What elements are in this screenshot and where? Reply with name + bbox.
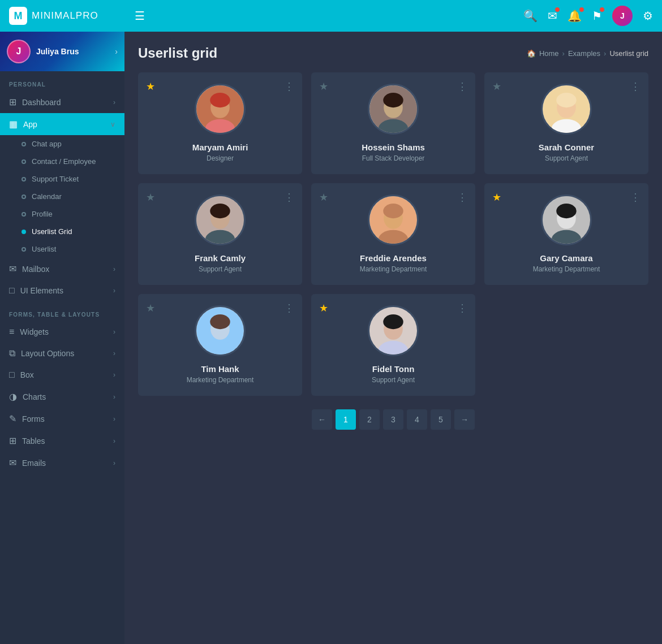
card-star-2[interactable]: ★ bbox=[319, 80, 328, 93]
widgets-chevron-icon: › bbox=[113, 328, 115, 336]
sidebar-item-tables[interactable]: ⊞ Tables › bbox=[0, 430, 124, 452]
card-role-6: Marketing Department bbox=[533, 265, 600, 273]
pagination: ←12345→ bbox=[138, 409, 648, 430]
gear-icon[interactable]: ⚙ bbox=[643, 9, 653, 23]
card-avatar-8 bbox=[368, 305, 419, 356]
bell-icon[interactable]: 🔔 bbox=[568, 9, 582, 23]
sidebar-item-charts[interactable]: ◑ Charts › bbox=[0, 386, 124, 408]
tables-chevron-icon: › bbox=[113, 437, 115, 445]
card-role-7: Marketing Department bbox=[187, 376, 254, 384]
sidebar-item-forms[interactable]: ✎ Forms › bbox=[0, 408, 124, 430]
card-menu-6[interactable]: ⋮ bbox=[630, 191, 640, 204]
card-star-7[interactable]: ★ bbox=[146, 302, 155, 314]
card-avatar-2 bbox=[368, 84, 419, 135]
sidebar-item-mailbox-label: Mailbox bbox=[22, 265, 113, 274]
card-role-5: Marketing Department bbox=[360, 265, 427, 273]
card-star-8[interactable]: ★ bbox=[319, 302, 328, 314]
page-prev-button[interactable]: ← bbox=[312, 409, 332, 430]
page-next-button[interactable]: → bbox=[454, 409, 475, 430]
breadcrumb-current: Userlist grid bbox=[609, 49, 648, 58]
card-star-1[interactable]: ★ bbox=[146, 80, 155, 93]
sidebar-item-forms-label: Forms bbox=[22, 414, 113, 423]
breadcrumb-home: Home bbox=[539, 49, 559, 58]
hamburger-button[interactable]: ☰ bbox=[135, 9, 145, 23]
sidebar-user-name: Juliya Brus bbox=[36, 47, 115, 56]
card-name-2: Hossein Shams bbox=[362, 142, 425, 152]
user-grid: ★ ⋮ Maryam Amiri Designer ★ ⋮ bbox=[138, 72, 648, 396]
card-menu-1[interactable]: ⋮ bbox=[284, 80, 294, 93]
breadcrumb-sep2: › bbox=[604, 49, 606, 58]
personal-section-label: PERSONAL bbox=[0, 71, 124, 91]
sidebar-item-userlist-grid-label: Userlist Grid bbox=[32, 227, 72, 236]
card-menu-2[interactable]: ⋮ bbox=[457, 80, 467, 93]
user-card: ★ ⋮ Tim Hank Marketing Department bbox=[138, 294, 302, 396]
card-star-4[interactable]: ★ bbox=[146, 191, 155, 204]
card-menu-4[interactable]: ⋮ bbox=[284, 191, 294, 204]
sidebar-item-userlist[interactable]: Userlist bbox=[0, 240, 124, 258]
sidebar-item-support-ticket[interactable]: Support Ticket bbox=[0, 170, 124, 188]
dashboard-icon: ⊞ bbox=[9, 97, 16, 107]
userlist-grid-dot bbox=[22, 230, 26, 234]
mail-badge bbox=[554, 7, 560, 12]
sidebar-item-calendar[interactable]: Calendar bbox=[0, 188, 124, 205]
page-4-button[interactable]: 4 bbox=[407, 409, 427, 430]
sidebar-item-userlist-label: Userlist bbox=[32, 245, 56, 253]
topnav: M MINIMALPRO ☰ 🔍 ✉ 🔔 ⚑ J ⚙ bbox=[0, 0, 662, 32]
card-star-5[interactable]: ★ bbox=[319, 191, 328, 204]
mailbox-icon: ✉ bbox=[9, 263, 16, 274]
breadcrumb-home-icon: 🏠 bbox=[527, 49, 536, 58]
page-2-button[interactable]: 2 bbox=[359, 409, 380, 430]
sidebar-item-dashboard[interactable]: ⊞ Dashboard › bbox=[0, 91, 124, 113]
sidebar-item-userlist-grid[interactable]: Userlist Grid bbox=[0, 223, 124, 240]
page-1-button[interactable]: 1 bbox=[336, 409, 356, 430]
sidebar-item-layout-options[interactable]: ⧉ Layout Options › bbox=[0, 343, 124, 364]
logo-text: MINIMALPRO bbox=[32, 10, 98, 21]
app-chevron-icon: ∨ bbox=[110, 120, 115, 128]
page-5-button[interactable]: 5 bbox=[431, 409, 451, 430]
sidebar-item-emails-label: Emails bbox=[22, 459, 113, 468]
user-avatar-topnav[interactable]: J bbox=[612, 6, 633, 26]
sidebar-item-ui-elements[interactable]: □ UI Elements › bbox=[0, 280, 124, 301]
breadcrumb: 🏠 Home › Examples › Userlist grid bbox=[527, 49, 648, 58]
sidebar-item-widgets[interactable]: ≡ Widgets › bbox=[0, 321, 124, 343]
card-avatar-5 bbox=[368, 195, 419, 245]
card-menu-8[interactable]: ⋮ bbox=[457, 302, 467, 314]
mail-icon[interactable]: ✉ bbox=[548, 9, 557, 23]
card-menu-7[interactable]: ⋮ bbox=[284, 302, 294, 314]
card-name-4: Frank Camly bbox=[195, 253, 246, 263]
card-menu-5[interactable]: ⋮ bbox=[457, 191, 467, 204]
sidebar-item-box[interactable]: □ Box › bbox=[0, 364, 124, 386]
svg-point-23 bbox=[556, 204, 576, 218]
page-3-button[interactable]: 3 bbox=[383, 409, 403, 430]
sidebar-item-app[interactable]: ▦ App ∨ bbox=[0, 113, 124, 135]
card-role-3: Support Agent bbox=[545, 154, 588, 162]
card-star-6[interactable]: ★ bbox=[492, 191, 501, 204]
tables-icon: ⊞ bbox=[9, 435, 16, 446]
forms-section-label: FORMS, TABLE & LAYOUTS bbox=[0, 301, 124, 321]
mailbox-chevron-icon: › bbox=[113, 265, 115, 273]
card-star-3[interactable]: ★ bbox=[492, 80, 501, 93]
breadcrumb-row: Userlist grid 🏠 Home › Examples › Userli… bbox=[138, 45, 648, 61]
topnav-icons: 🔍 ✉ 🔔 ⚑ J ⚙ bbox=[523, 6, 653, 26]
sidebar-user-avatar: J bbox=[7, 40, 31, 63]
search-icon[interactable]: 🔍 bbox=[523, 9, 538, 23]
card-avatar-1 bbox=[195, 84, 246, 135]
svg-point-3 bbox=[210, 93, 230, 107]
breadcrumb-sep1: › bbox=[562, 49, 565, 58]
svg-point-15 bbox=[210, 204, 230, 218]
sidebar-item-chat-app[interactable]: Chat app bbox=[0, 135, 124, 153]
card-name-1: Maryam Amiri bbox=[192, 142, 248, 152]
card-menu-3[interactable]: ⋮ bbox=[630, 80, 640, 93]
svg-point-19 bbox=[383, 204, 403, 218]
svg-point-11 bbox=[556, 93, 576, 107]
sidebar-item-mailbox[interactable]: ✉ Mailbox › bbox=[0, 258, 124, 280]
flag-icon[interactable]: ⚑ bbox=[592, 9, 602, 23]
forms-icon: ✎ bbox=[9, 413, 16, 424]
card-name-3: Sarah Conner bbox=[539, 142, 594, 152]
sidebar-item-profile[interactable]: Profile bbox=[0, 205, 124, 223]
sidebar-item-tables-label: Tables bbox=[22, 436, 113, 446]
sidebar-user[interactable]: J Juliya Brus › bbox=[0, 32, 124, 71]
sidebar-item-contact-employee[interactable]: Contact / Employee bbox=[0, 153, 124, 170]
sidebar-item-emails[interactable]: ✉ Emails › bbox=[0, 452, 124, 474]
logo-icon: M bbox=[9, 7, 27, 25]
